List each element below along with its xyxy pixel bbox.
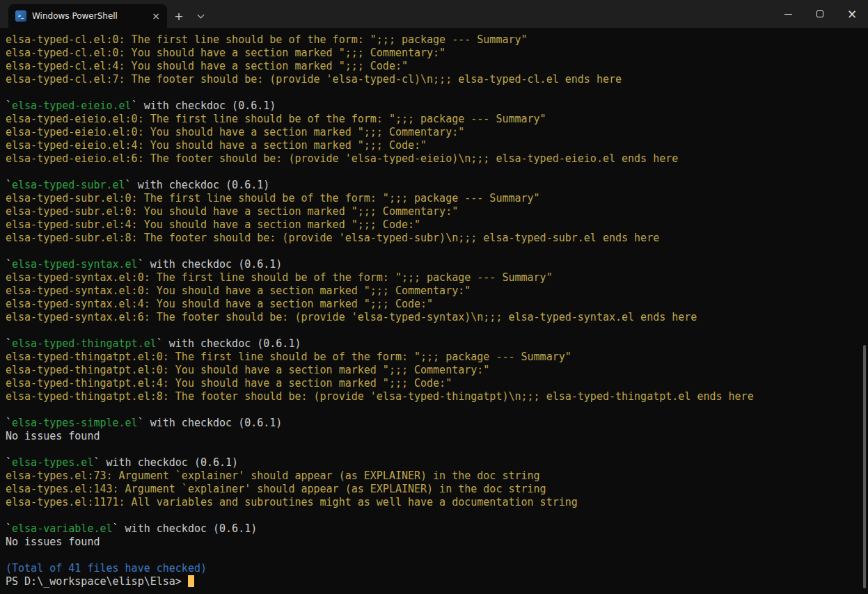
terminal-line: `elsa-typed-thingatpt.el` with checkdoc …	[6, 337, 855, 351]
terminal-line: `elsa-types-simple.el` with checkdoc (0.…	[6, 417, 855, 430]
terminal-output: elsa-typed-cl.el:0: The first line shoul…	[6, 33, 855, 588]
terminal-line: elsa-typed-syntax.el:0: The first line s…	[6, 271, 855, 284]
chevron-down-icon	[197, 11, 204, 18]
terminal-line	[6, 443, 855, 456]
terminal-line	[6, 166, 855, 179]
terminal-line: elsa-typed-subr.el:0: You should have a …	[6, 205, 855, 218]
terminal-line: elsa-typed-thingatpt.el:8: The footer sh…	[6, 390, 855, 403]
terminal-line: elsa-typed-subr.el:0: The first line sho…	[6, 192, 855, 205]
terminal-cursor	[188, 575, 194, 587]
terminal-line: PS D:\_workspace\elisp\Elsa>	[6, 575, 855, 588]
terminal-line: elsa-typed-syntax.el:0: You should have …	[6, 284, 855, 298]
maximize-button[interactable]	[804, 0, 836, 28]
minimize-icon	[784, 14, 792, 15]
terminal-line	[6, 403, 855, 417]
terminal-line	[6, 509, 855, 522]
terminal[interactable]: elsa-typed-cl.el:0: The first line shoul…	[0, 28, 868, 594]
terminal-line	[6, 245, 855, 258]
tab-windows-powershell[interactable]: >_ Windows PowerShell ×	[8, 4, 167, 28]
terminal-line: No issues found	[6, 430, 855, 443]
terminal-line: `elsa-types.el` with checkdoc (0.6.1)	[6, 456, 855, 469]
scrollbar-thumb[interactable]	[863, 345, 866, 588]
terminal-line	[6, 86, 855, 99]
scrollbar[interactable]	[861, 28, 868, 594]
terminal-line: `elsa-variable.el` with checkdoc (0.6.1)	[6, 522, 855, 536]
titlebar: >_ Windows PowerShell × + ×	[0, 0, 868, 28]
powershell-icon: >_	[15, 10, 26, 22]
new-tab-button[interactable]: +	[167, 4, 191, 28]
window-controls: ×	[772, 0, 868, 28]
tab-close-icon[interactable]: ×	[149, 9, 163, 23]
terminal-line: elsa-typed-syntax.el:6: The footer shoul…	[6, 311, 855, 324]
terminal-line	[6, 549, 855, 562]
terminal-line: elsa-typed-subr.el:8: The footer should …	[6, 232, 855, 245]
plus-icon: +	[174, 10, 183, 23]
terminal-line: elsa-typed-eieio.el:0: You should have a…	[6, 126, 855, 139]
terminal-line: elsa-types.el:143: Argument `explainer' …	[6, 483, 855, 496]
terminal-line: elsa-typed-cl.el:4: You should have a se…	[6, 60, 855, 73]
terminal-line: (Total of 41 files have checked)	[6, 562, 855, 575]
terminal-line: elsa-typed-syntax.el:4: You should have …	[6, 298, 855, 311]
terminal-line: `elsa-typed-syntax.el` with checkdoc (0.…	[6, 258, 855, 271]
terminal-line: `elsa-typed-subr.el` with checkdoc (0.6.…	[6, 179, 855, 192]
terminal-line: elsa-typed-thingatpt.el:0: You should ha…	[6, 364, 855, 377]
terminal-line: elsa-typed-cl.el:0: You should have a se…	[6, 47, 855, 60]
close-button[interactable]: ×	[836, 0, 868, 28]
terminal-line: elsa-types.el:1171: All variables and su…	[6, 496, 855, 509]
tab-title: Windows PowerShell	[32, 11, 143, 21]
terminal-line: elsa-typed-subr.el:4: You should have a …	[6, 218, 855, 232]
terminal-line: elsa-typed-eieio.el:0: The first line sh…	[6, 113, 855, 126]
terminal-line: elsa-typed-thingatpt.el:4: You should ha…	[6, 377, 855, 390]
maximize-icon	[816, 10, 823, 17]
terminal-line: elsa-typed-eieio.el:6: The footer should…	[6, 152, 855, 166]
terminal-window: >_ Windows PowerShell × + × elsa-typed-c…	[0, 0, 868, 594]
minimize-button[interactable]	[772, 0, 804, 28]
terminal-line: elsa-typed-eieio.el:4: You should have a…	[6, 139, 855, 152]
terminal-line: elsa-typed-cl.el:7: The footer should be…	[6, 73, 855, 86]
terminal-line: elsa-typed-thingatpt.el:0: The first lin…	[6, 351, 855, 364]
close-icon: ×	[847, 8, 857, 20]
terminal-line: elsa-typed-cl.el:0: The first line shoul…	[6, 33, 855, 47]
terminal-line: `elsa-typed-eieio.el` with checkdoc (0.6…	[6, 99, 855, 113]
terminal-line: elsa-types.el:73: Argument `explainer' s…	[6, 469, 855, 483]
tab-dropdown-button[interactable]	[191, 4, 210, 28]
terminal-line	[6, 324, 855, 337]
terminal-line: No issues found	[6, 536, 855, 549]
